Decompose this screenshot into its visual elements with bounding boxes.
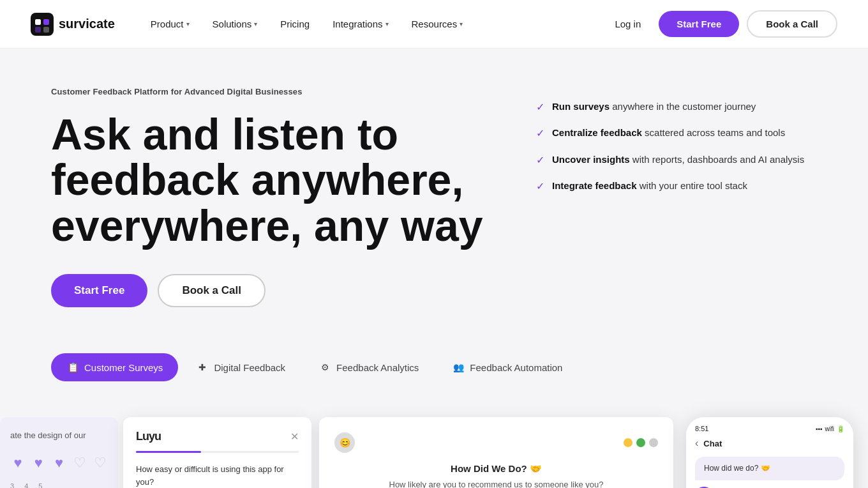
nav-links: Product ▾ Solutions ▾ Pricing Integratio… bbox=[140, 13, 605, 34]
book-call-button[interactable]: Book a Call bbox=[747, 10, 837, 38]
tab-customer-surveys[interactable]: 📋 Customer Surveys bbox=[51, 353, 178, 381]
svg-rect-1 bbox=[35, 19, 41, 25]
logo[interactable]: survicate bbox=[31, 13, 115, 36]
survey-close-button[interactable]: ✕ bbox=[290, 431, 299, 443]
survey-progress bbox=[136, 451, 299, 453]
survey-question: How easy or difficult is using this app … bbox=[136, 463, 299, 488]
wifi-icon: wifi bbox=[825, 425, 834, 432]
check-icon: ✓ bbox=[536, 126, 544, 141]
back-icon[interactable]: ‹ bbox=[695, 438, 698, 449]
heart-outline-2: ♡ bbox=[93, 454, 108, 472]
nps-header: 😊 bbox=[334, 432, 658, 453]
partial-left-card: ate the design of our ♥ ♥ ♥ ♡ ♡ 3 4 5 bbox=[0, 417, 118, 488]
nps-subquestion: How likely are you to recommend us to so… bbox=[334, 480, 658, 488]
hero-left: Customer Feedback Platform for Advanced … bbox=[51, 87, 498, 307]
hero-start-free-button[interactable]: Start Free bbox=[51, 274, 147, 307]
logo-icon bbox=[31, 13, 54, 36]
feature-item: ✓ Integrate feedback with your entire to… bbox=[536, 179, 817, 194]
nps-title-row: 😊 bbox=[334, 432, 361, 453]
check-icon: ✓ bbox=[536, 153, 544, 167]
feature-list: ✓ Run surveys anywhere in the customer j… bbox=[536, 100, 817, 194]
hero-section: Customer Feedback Platform for Advanced … bbox=[0, 49, 868, 333]
nav-solutions[interactable]: Solutions ▾ bbox=[202, 13, 268, 34]
check-icon: ✓ bbox=[536, 179, 544, 194]
svg-rect-4 bbox=[43, 27, 49, 33]
heart-filled-1: ♥ bbox=[10, 454, 26, 472]
navbar: survicate Product ▾ Solutions ▾ Pricing … bbox=[0, 0, 868, 49]
hero-tag: Customer Feedback Platform for Advanced … bbox=[51, 87, 498, 96]
tabs-row: 📋 Customer Surveys ✚ Digital Feedback ⚙ … bbox=[51, 353, 817, 381]
partial-text: ate the design of our bbox=[10, 430, 108, 441]
automation-icon: 👥 bbox=[452, 361, 465, 374]
digital-feedback-icon: ✚ bbox=[196, 361, 209, 374]
tab-feedback-automation[interactable]: 👥 Feedback Automation bbox=[437, 353, 578, 381]
nps-card: 😊 How Did We Do? 🤝 How likely are you to… bbox=[319, 417, 673, 488]
nps-title: How Did We Do? 🤝 bbox=[334, 463, 658, 475]
mobile-chat-title: Chat bbox=[703, 439, 722, 448]
num-4: 4 bbox=[24, 482, 28, 488]
nav-pricing[interactable]: Pricing bbox=[270, 13, 320, 34]
chevron-down-icon: ▾ bbox=[186, 20, 190, 27]
chevron-down-icon: ▾ bbox=[460, 20, 463, 27]
hearts-row: ♥ ♥ ♥ ♡ ♡ bbox=[10, 454, 108, 472]
mobile-time: 8:51 bbox=[695, 425, 708, 432]
nps-avatar: 😊 bbox=[334, 432, 355, 453]
hero-right: ✓ Run surveys anywhere in the customer j… bbox=[536, 87, 817, 194]
chat-bubble-main: How did we do? 🤝 bbox=[695, 457, 844, 480]
svg-rect-2 bbox=[43, 19, 49, 25]
heart-outline-1: ♡ bbox=[72, 454, 87, 472]
chevron-down-icon: ▾ bbox=[385, 20, 389, 27]
nps-dot-3 bbox=[649, 438, 658, 447]
nps-dot-1 bbox=[624, 438, 632, 447]
survey-icon: 📋 bbox=[66, 361, 79, 374]
nav-actions: Log in Start Free Book a Call bbox=[604, 10, 837, 38]
nav-product[interactable]: Product ▾ bbox=[140, 13, 200, 34]
logo-text: survicate bbox=[59, 17, 115, 31]
feature-item: ✓ Run surveys anywhere in the customer j… bbox=[536, 100, 817, 114]
mobile-card: 8:51 ▪▪▪ wifi 🔋 ‹ Chat How did we do? 🤝 … bbox=[686, 417, 853, 488]
feature-item: ✓ Centralize feedback scattered across t… bbox=[536, 126, 817, 141]
mobile-statusbar: 8:51 ▪▪▪ wifi 🔋 bbox=[695, 425, 844, 432]
nav-integrations[interactable]: Integrations ▾ bbox=[322, 13, 398, 34]
partial-numbers: 3 4 5 bbox=[10, 482, 108, 488]
analytics-icon: ⚙ bbox=[318, 361, 331, 374]
survey-header: Luyu ✕ bbox=[136, 430, 299, 443]
num-3: 3 bbox=[10, 482, 14, 488]
hero-book-call-button[interactable]: Book a Call bbox=[158, 274, 266, 307]
mobile-back-row: ‹ Chat bbox=[695, 438, 844, 449]
survey-progress-fill bbox=[136, 451, 201, 453]
hero-title: Ask and listen to feedback anywhere, eve… bbox=[51, 112, 498, 248]
signal-icon: ▪▪▪ bbox=[816, 425, 823, 432]
nps-header-icons bbox=[624, 438, 658, 447]
heart-filled-2: ♥ bbox=[31, 454, 46, 472]
battery-icon: 🔋 bbox=[837, 425, 844, 432]
nav-resources[interactable]: Resources ▾ bbox=[401, 13, 474, 34]
chevron-down-icon: ▾ bbox=[254, 20, 257, 27]
num-5: 5 bbox=[38, 482, 42, 488]
svg-rect-3 bbox=[35, 27, 41, 33]
heart-filled-3: ♥ bbox=[51, 454, 66, 472]
tab-feedback-analytics[interactable]: ⚙ Feedback Analytics bbox=[303, 353, 434, 381]
mobile-status-icons: ▪▪▪ wifi 🔋 bbox=[816, 425, 844, 432]
screenshots-row: ate the design of our ♥ ♥ ♥ ♡ ♡ 3 4 5 Lu… bbox=[0, 397, 868, 488]
start-free-button[interactable]: Start Free bbox=[659, 11, 739, 37]
svg-rect-0 bbox=[31, 13, 54, 36]
tabs-section: 📋 Customer Surveys ✚ Digital Feedback ⚙ … bbox=[0, 353, 868, 381]
survey-logo: Luyu bbox=[136, 430, 161, 443]
nps-dot-2 bbox=[636, 438, 645, 447]
mobile-chat-info: Chat bbox=[703, 439, 722, 448]
feature-item: ✓ Uncover insights with reports, dashboa… bbox=[536, 153, 817, 167]
check-icon: ✓ bbox=[536, 100, 544, 114]
login-button[interactable]: Log in bbox=[604, 13, 651, 34]
hero-ctas: Start Free Book a Call bbox=[51, 274, 498, 307]
survey-card: Luyu ✕ How easy or difficult is using th… bbox=[123, 417, 311, 488]
tab-digital-feedback[interactable]: ✚ Digital Feedback bbox=[181, 353, 301, 381]
